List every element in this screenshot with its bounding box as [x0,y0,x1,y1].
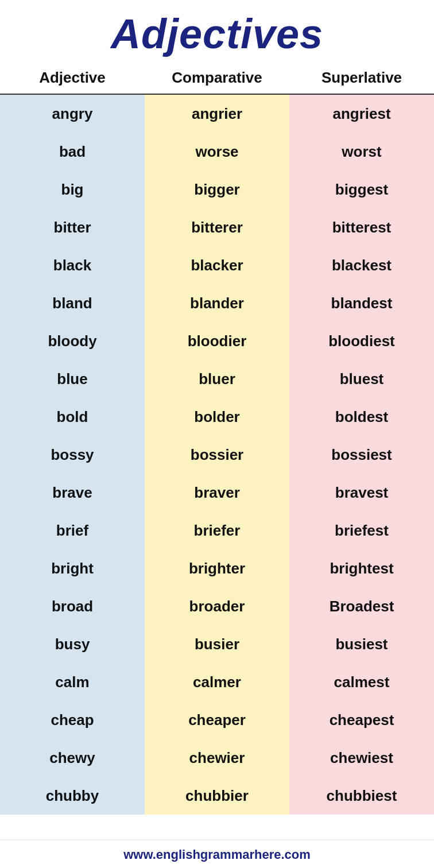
page-title: Adjectives [111,0,323,62]
cell-adjective: bitter [0,208,145,246]
table-row: bravebraverbravest [0,474,434,512]
cell-superlative: cheapest [289,701,434,739]
table-row: bluebluerbluest [0,360,434,398]
cell-adjective: big [0,170,145,208]
table-row: cheapcheapercheapest [0,701,434,739]
table-row: chubbychubbierchubbiest [0,777,434,815]
cell-adjective: cheap [0,701,145,739]
table-row: calmcalmercalmest [0,663,434,701]
cell-superlative: bluest [289,360,434,398]
cell-comparative: broader [145,587,289,625]
table-row: brightbrighterbrightest [0,549,434,587]
cell-comparative: briefer [145,512,289,549]
cell-adjective: blue [0,360,145,398]
cell-superlative: calmest [289,663,434,701]
cell-comparative: bitterer [145,208,289,246]
cell-adjective: angry [0,95,145,133]
table-row: chewychewierchewiest [0,739,434,777]
table-row: bloodybloodierbloodiest [0,322,434,360]
cell-superlative: worst [289,133,434,170]
header-comparative: Comparative [145,65,289,90]
cell-adjective: bossy [0,436,145,474]
cell-superlative: Broadest [289,587,434,625]
table-row: angryangrierangriest [0,95,434,133]
table-row: badworseworst [0,133,434,170]
cell-adjective: bland [0,284,145,322]
table-row: blandblanderblandest [0,284,434,322]
cell-superlative: bravest [289,474,434,512]
table-body: angryangrierangriestbadworseworstbigbigg… [0,95,434,815]
cell-adjective: black [0,246,145,284]
cell-comparative: chewier [145,739,289,777]
cell-adjective: broad [0,587,145,625]
table-row: blackblackerblackest [0,246,434,284]
cell-comparative: chubbier [145,777,289,815]
cell-adjective: bright [0,549,145,587]
header-adjective: Adjective [0,65,145,90]
cell-comparative: bolder [145,398,289,436]
cell-superlative: busiest [289,625,434,663]
cell-comparative: bloodier [145,322,289,360]
cell-comparative: blacker [145,246,289,284]
cell-comparative: braver [145,474,289,512]
cell-superlative: blandest [289,284,434,322]
cell-adjective: bloody [0,322,145,360]
cell-adjective: busy [0,625,145,663]
cell-comparative: busier [145,625,289,663]
footer-url: www.englishgrammarhere.com [0,839,434,868]
table-row: bitterbittererbitterest [0,208,434,246]
cell-comparative: bossier [145,436,289,474]
cell-superlative: chubbiest [289,777,434,815]
cell-comparative: blander [145,284,289,322]
cell-superlative: boldest [289,398,434,436]
cell-superlative: bitterest [289,208,434,246]
table-row: briefbrieferbriefest [0,512,434,549]
cell-superlative: brightest [289,549,434,587]
cell-comparative: cheaper [145,701,289,739]
adjectives-table: Adjective Comparative Superlative angrya… [0,62,434,839]
cell-superlative: bloodiest [289,322,434,360]
cell-adjective: bold [0,398,145,436]
cell-superlative: angriest [289,95,434,133]
cell-superlative: biggest [289,170,434,208]
cell-comparative: bluer [145,360,289,398]
table-row: busybusierbusiest [0,625,434,663]
table-header: Adjective Comparative Superlative [0,62,434,95]
table-row: bigbiggerbiggest [0,170,434,208]
table-row: bossybossierbossiest [0,436,434,474]
cell-adjective: brave [0,474,145,512]
table-row: broadbroaderBroadest [0,587,434,625]
cell-comparative: bigger [145,170,289,208]
cell-comparative: calmer [145,663,289,701]
cell-comparative: angrier [145,95,289,133]
cell-comparative: worse [145,133,289,170]
table-row: boldbolderboldest [0,398,434,436]
cell-adjective: bad [0,133,145,170]
cell-adjective: chewy [0,739,145,777]
cell-superlative: chewiest [289,739,434,777]
cell-superlative: bossiest [289,436,434,474]
cell-superlative: blackest [289,246,434,284]
cell-adjective: chubby [0,777,145,815]
cell-adjective: calm [0,663,145,701]
cell-adjective: brief [0,512,145,549]
cell-comparative: brighter [145,549,289,587]
header-superlative: Superlative [289,65,434,90]
cell-superlative: briefest [289,512,434,549]
